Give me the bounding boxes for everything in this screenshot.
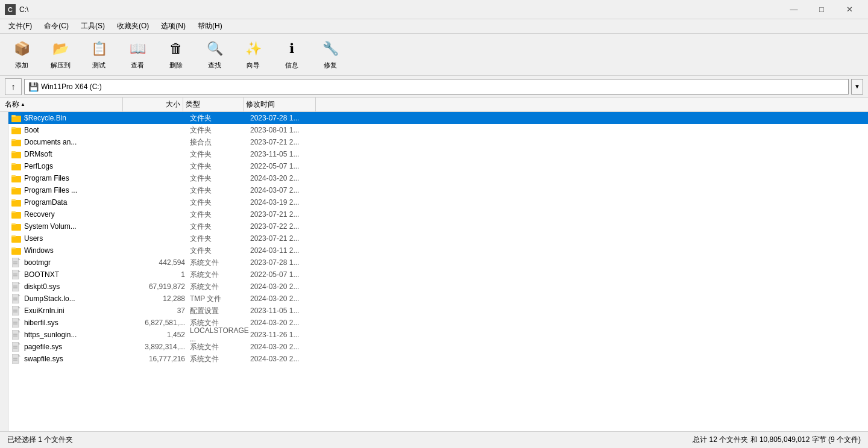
svg-rect-21: [11, 235, 16, 237]
toolbar-btn-delete[interactable]: 🗑删除: [159, 37, 193, 73]
file-date: 2024-03-19 2...: [250, 198, 322, 207]
table-row[interactable]: $Recycle.Bin文件夹2023-07-28 1...: [8, 112, 868, 124]
table-row[interactable]: DRMsoft文件夹2023-11-05 1...: [8, 148, 868, 160]
file-date: 2023-07-21 2...: [250, 210, 322, 219]
table-row[interactable]: Recovery文件夹2023-07-21 2...: [8, 208, 868, 220]
file-size: 6,827,581,...: [130, 319, 190, 327]
file-date: 2023-11-26 1...: [250, 331, 322, 339]
file-type: TMP 文件: [190, 294, 250, 304]
svg-rect-19: [11, 223, 16, 225]
maximize-button[interactable]: □: [808, 0, 835, 19]
table-row[interactable]: ProgramData文件夹2024-03-19 2...: [8, 196, 868, 208]
repair-icon: 🔧: [321, 39, 340, 58]
svg-rect-23: [11, 247, 16, 249]
file-type: 接合点: [190, 137, 250, 148]
table-row[interactable]: ExuiKrnln.ini37配置设置2023-11-05 1...: [8, 305, 868, 317]
file-icon: [11, 353, 22, 364]
svg-rect-1: [11, 115, 16, 117]
toolbar-btn-label-repair: 修复: [324, 61, 337, 70]
toolbar-btn-info[interactable]: ℹ信息: [275, 37, 309, 73]
col-header-date[interactable]: 修改时间: [244, 98, 316, 111]
file-name: ProgramData: [24, 198, 130, 207]
svg-rect-17: [11, 211, 16, 213]
svg-rect-9: [11, 163, 16, 165]
file-size: 1: [130, 270, 190, 279]
toolbar-btn-find[interactable]: 🔍查找: [198, 37, 231, 73]
file-name: Program Files ...: [24, 186, 130, 194]
folder-icon: [11, 137, 22, 148]
file-type: 系统文件: [190, 354, 250, 364]
table-row[interactable]: System Volum...文件夹2023-07-22 2...: [8, 220, 868, 232]
file-date: 2023-07-28 1...: [250, 258, 322, 267]
minimize-button[interactable]: —: [780, 0, 808, 19]
file-date: 2024-03-20 2...: [250, 343, 322, 351]
toolbar: 📦添加📂解压到📋测试📖查看🗑删除🔍查找✨向导ℹ信息🔧修复: [0, 34, 868, 76]
col-header-name[interactable]: 名称 ▲: [2, 98, 123, 111]
file-name: Program Files: [24, 174, 130, 182]
close-button[interactable]: ✕: [835, 0, 863, 19]
table-row[interactable]: swapfile.sys16,777,216系统文件2024-03-20 2..…: [8, 353, 868, 365]
toolbar-btn-view[interactable]: 📖查看: [121, 37, 154, 73]
file-name: swapfile.sys: [24, 355, 130, 363]
table-row[interactable]: diskpt0.sys67,919,872系统文件2024-03-20 2...: [8, 281, 868, 293]
file-name: diskpt0.sys: [24, 282, 130, 291]
table-row[interactable]: BOOTNXT1系统文件2022-05-07 1...: [8, 269, 868, 281]
folder-icon: [11, 125, 22, 135]
svg-rect-13: [11, 187, 16, 189]
address-path[interactable]: 💾 Win11Pro X64 (C:): [24, 79, 849, 95]
toolbar-btn-wizard[interactable]: ✨向导: [236, 37, 270, 73]
table-row[interactable]: bootmgr442,594系统文件2023-07-28 1...: [8, 257, 868, 269]
title-bar-text: C:\: [19, 5, 780, 14]
toolbar-btn-extract[interactable]: 📂解压到: [43, 37, 77, 73]
file-type: 系统文件: [190, 342, 250, 352]
toolbar-btn-add[interactable]: 📦添加: [5, 37, 39, 73]
menu-item-工具s[interactable]: 工具(S): [75, 20, 111, 33]
menu-item-帮助h[interactable]: 帮助(H): [192, 20, 228, 33]
file-list[interactable]: $Recycle.Bin文件夹2023-07-28 1...Boot文件夹202…: [8, 112, 868, 431]
file-name: BOOTNXT: [24, 270, 130, 279]
toolbar-btn-label-test: 测试: [92, 61, 105, 70]
menu-item-选项n[interactable]: 选项(N): [155, 20, 192, 33]
table-row[interactable]: pagefile.sys3,892,314,...系统文件2024-03-20 …: [8, 341, 868, 353]
svg-rect-30: [12, 282, 19, 291]
file-name: Windows: [24, 246, 130, 255]
folder-icon: [11, 233, 22, 244]
table-row[interactable]: Users文件夹2023-07-21 2...: [8, 232, 868, 244]
menu-item-文件f[interactable]: 文件(F): [2, 20, 38, 33]
table-row[interactable]: Program Files文件夹2024-03-20 2...: [8, 172, 868, 184]
file-name: DumpStack.lo...: [24, 294, 130, 303]
file-type: 文件夹: [190, 222, 250, 232]
table-row[interactable]: hiberfil.sys6,827,581,...系统文件2024-03-20 …: [8, 317, 868, 329]
file-name: Boot: [24, 126, 130, 134]
table-row[interactable]: DumpStack.lo...12,288TMP 文件2024-03-20 2.…: [8, 293, 868, 305]
file-date: 2024-03-20 2...: [250, 319, 322, 327]
file-type: 配置设置: [190, 306, 250, 316]
file-date: 2024-03-20 2...: [250, 174, 322, 182]
table-row[interactable]: Program Files ...文件夹2024-03-07 2...: [8, 184, 868, 196]
menu-item-命令c[interactable]: 命令(C): [38, 20, 75, 33]
table-row[interactable]: Boot文件夹2023-08-01 1...: [8, 124, 868, 136]
col-header-size[interactable]: 大小: [123, 98, 183, 111]
toolbar-btn-test[interactable]: 📋测试: [82, 37, 116, 73]
toolbar-btn-repair[interactable]: 🔧修复: [313, 37, 347, 73]
folder-icon: [11, 113, 22, 123]
col-header-type[interactable]: 类型: [183, 98, 244, 111]
table-row[interactable]: Documents an...接合点2023-07-21 2...: [8, 136, 868, 148]
file-type: 文件夹: [190, 234, 250, 244]
table-row[interactable]: PerfLogs文件夹2022-05-07 1...: [8, 160, 868, 172]
file-size: 1,452: [130, 331, 190, 339]
svg-rect-3: [11, 127, 16, 129]
path-dropdown[interactable]: ▼: [851, 79, 863, 95]
menu-item-收藏夹o[interactable]: 收藏夹(O): [111, 20, 155, 33]
up-button[interactable]: ↑: [5, 78, 22, 95]
table-row[interactable]: https_sunlogin...1,452LOCALSTORAGE ...20…: [8, 329, 868, 341]
file-icon: [11, 317, 22, 328]
file-date: 2024-03-07 2...: [250, 186, 322, 194]
svg-rect-15: [11, 199, 16, 201]
file-name: ExuiKrnln.ini: [24, 306, 130, 315]
test-icon: 📋: [89, 39, 108, 58]
file-date: 2022-05-07 1...: [250, 162, 322, 170]
table-row[interactable]: Windows文件夹2024-03-11 2...: [8, 244, 868, 257]
drive-icon: 💾: [28, 82, 39, 92]
file-name: hiberfil.sys: [24, 319, 130, 327]
